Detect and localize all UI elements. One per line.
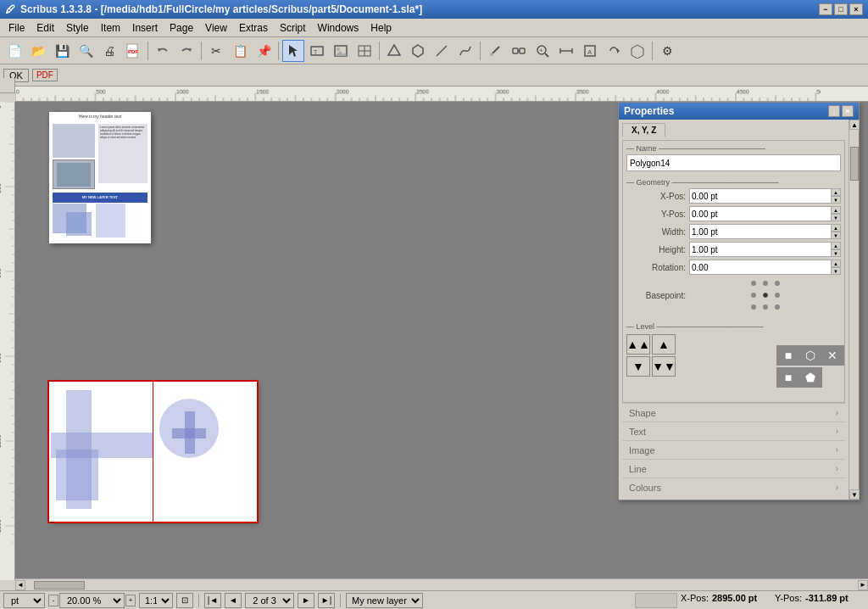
- open-button[interactable]: 📂: [27, 40, 49, 62]
- ypos-up[interactable]: ▲: [831, 206, 841, 214]
- save-button[interactable]: 💾: [51, 40, 73, 62]
- menu-windows[interactable]: Windows: [313, 20, 364, 36]
- text-frame-button[interactable]: T: [306, 40, 328, 62]
- width-up[interactable]: ▲: [831, 224, 841, 232]
- scroll-thumb[interactable]: [850, 147, 859, 181]
- menu-script[interactable]: Script: [275, 20, 311, 36]
- tab-xyz[interactable]: X, Y, Z: [622, 123, 665, 137]
- basepoint-grid[interactable]: [689, 277, 841, 313]
- maximize-button[interactable]: □: [834, 3, 848, 15]
- height-down[interactable]: ▼: [831, 249, 841, 257]
- pdf-button[interactable]: PDF: [122, 40, 144, 62]
- redo-button[interactable]: [175, 40, 198, 62]
- bp-bc[interactable]: [760, 301, 771, 313]
- lock-size-button[interactable]: ■: [776, 367, 800, 388]
- eyedropper-button[interactable]: [484, 40, 506, 62]
- image-section[interactable]: Image ›: [622, 440, 845, 459]
- bp-bl[interactable]: [748, 301, 760, 313]
- flip-v-button[interactable]: ⬡: [798, 345, 822, 366]
- paste-button[interactable]: 📌: [253, 40, 275, 62]
- xpos-input[interactable]: [689, 188, 831, 204]
- copy-button[interactable]: 📋: [229, 40, 251, 62]
- rotation-up[interactable]: ▲: [831, 260, 841, 267]
- titlebar-controls[interactable]: − □ ×: [819, 3, 863, 15]
- menu-help[interactable]: Help: [365, 20, 397, 36]
- rotation-down[interactable]: ▼: [831, 267, 841, 275]
- zoom-fit-button[interactable]: ⊡: [176, 593, 193, 608]
- bp-tr[interactable]: [771, 277, 783, 289]
- colours-section[interactable]: Colours ›: [622, 478, 845, 496]
- ypos-down[interactable]: ▼: [831, 214, 841, 221]
- rotation-input[interactable]: [689, 260, 831, 275]
- height-up[interactable]: ▲: [831, 242, 841, 249]
- height-spinner[interactable]: ▲ ▼: [831, 242, 841, 257]
- width-input[interactable]: [689, 224, 831, 239]
- ratio-select[interactable]: 1:1: [139, 593, 173, 608]
- level-lower-button[interactable]: ▼: [626, 356, 650, 377]
- xpos-down[interactable]: ▼: [831, 196, 841, 204]
- pdf-annot-button[interactable]: A: [579, 40, 601, 62]
- flip-button[interactable]: ⬟: [798, 367, 822, 388]
- ypos-field[interactable]: ▲ ▼: [689, 206, 841, 221]
- scroll-down-button[interactable]: ▼: [849, 489, 860, 500]
- hscroll-right-button[interactable]: ►: [858, 580, 868, 590]
- bp-mr[interactable]: [771, 289, 783, 301]
- level-raise-button[interactable]: ▲: [652, 334, 676, 355]
- polygon-button[interactable]: [407, 40, 429, 62]
- last-page-button[interactable]: ►|: [318, 593, 335, 608]
- zoom-out-button[interactable]: -: [48, 595, 58, 606]
- table-button[interactable]: [353, 40, 376, 62]
- zoom-button[interactable]: +: [531, 40, 554, 62]
- flip-h-button[interactable]: ■: [776, 345, 800, 366]
- zoom-in-button[interactable]: +: [125, 595, 136, 606]
- ypos-spinner[interactable]: ▲ ▼: [831, 206, 841, 221]
- bp-ml[interactable]: [748, 289, 760, 301]
- name-input[interactable]: [626, 154, 841, 171]
- pdf-label-button[interactable]: PDF: [32, 69, 58, 81]
- lock-button[interactable]: ✕: [821, 345, 844, 366]
- image-frame-button[interactable]: [330, 40, 352, 62]
- menu-file[interactable]: File: [3, 20, 30, 36]
- hscroll-thumb[interactable]: [34, 581, 85, 589]
- menu-edit[interactable]: Edit: [31, 20, 59, 36]
- level-top-button[interactable]: ▲▲: [626, 334, 650, 355]
- layer-select[interactable]: My new layer: [346, 593, 423, 608]
- bezier-button[interactable]: [454, 40, 476, 62]
- height-field[interactable]: ▲ ▼: [689, 242, 841, 257]
- select-button[interactable]: [282, 40, 304, 62]
- bp-br[interactable]: [771, 301, 783, 313]
- more-button[interactable]: ⚙: [656, 40, 678, 62]
- bp-tl[interactable]: [748, 277, 760, 289]
- link-button[interactable]: [508, 40, 530, 62]
- width-spinner[interactable]: ▲ ▼: [831, 224, 841, 239]
- preflight-button[interactable]: 🔍: [75, 40, 97, 62]
- height-input[interactable]: [689, 242, 831, 257]
- level-bottom-button[interactable]: ▼▼: [652, 356, 676, 377]
- prev-page-button[interactable]: ◄: [225, 593, 242, 608]
- first-page-button[interactable]: |◄: [204, 593, 221, 608]
- rotation-field[interactable]: ▲ ▼: [689, 260, 841, 275]
- xpos-spinner[interactable]: ▲ ▼: [831, 188, 841, 204]
- canvas-area[interactable]: Here is my header text Lorem ipsum dolor…: [15, 102, 868, 580]
- bp-tc[interactable]: [760, 277, 771, 289]
- measure-button[interactable]: [555, 40, 577, 62]
- new-button[interactable]: 📄: [3, 40, 25, 62]
- text-section[interactable]: Text ›: [622, 422, 845, 440]
- properties-close-button[interactable]: ×: [842, 105, 854, 117]
- basepoint-selector[interactable]: [748, 277, 783, 313]
- shape-section[interactable]: Shape ›: [622, 403, 845, 422]
- xpos-field[interactable]: ▲ ▼: [689, 188, 841, 204]
- menu-style[interactable]: Style: [61, 20, 94, 36]
- rotation-spinner[interactable]: ▲ ▼: [831, 260, 841, 275]
- unit-selector[interactable]: pt mm in: [3, 593, 45, 608]
- menu-insert[interactable]: Insert: [127, 20, 163, 36]
- width-down[interactable]: ▼: [831, 232, 841, 239]
- line-section[interactable]: Line ›: [622, 459, 845, 478]
- rotate-button[interactable]: [603, 40, 625, 62]
- hscroll-left-button[interactable]: ◄: [15, 580, 25, 590]
- menu-page[interactable]: Page: [164, 20, 198, 36]
- xpos-up[interactable]: ▲: [831, 188, 841, 196]
- bp-mc[interactable]: [760, 289, 771, 301]
- properties-float-button[interactable]: _: [828, 105, 840, 117]
- cut-button[interactable]: ✂: [205, 40, 227, 62]
